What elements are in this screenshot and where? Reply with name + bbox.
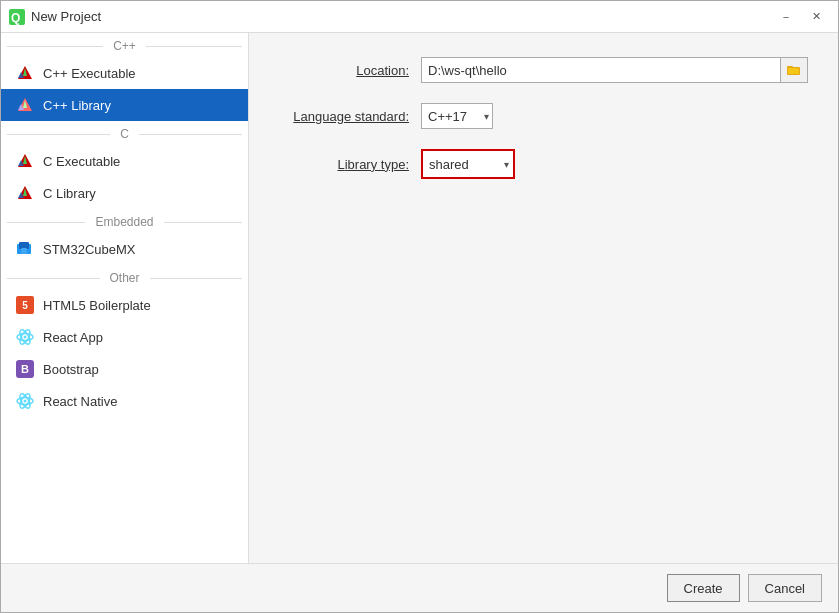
sidebar-item-html5[interactable]: 5 HTML5 Boilerplate: [1, 289, 248, 321]
section-embedded: Embedded: [1, 209, 248, 233]
svg-rect-17: [21, 248, 27, 254]
new-project-window: Q New Project − ✕ C++: [0, 0, 839, 613]
section-cpp: C++: [1, 33, 248, 57]
location-input[interactable]: [421, 57, 780, 83]
c-executable-label: C Executable: [43, 154, 120, 169]
bootstrap-label: Bootstrap: [43, 362, 99, 377]
react-app-icon: [15, 327, 35, 347]
cpp-executable-label: C++ Executable: [43, 66, 136, 81]
section-c: C: [1, 121, 248, 145]
library-type-select-wrapper: shared static ▾: [421, 149, 515, 179]
sidebar-item-c-library[interactable]: C Library: [1, 177, 248, 209]
language-label: Language standard:: [279, 109, 409, 124]
location-row: Location:: [279, 57, 808, 83]
language-select[interactable]: C++17 C++14 C++11 C++98: [421, 103, 493, 129]
sidebar-item-react-native[interactable]: React Native: [1, 385, 248, 417]
language-select-wrapper: C++17 C++14 C++11 C++98 ▾: [421, 103, 493, 129]
c-executable-icon: [15, 151, 35, 171]
form-panel: Location: Language standard:: [249, 33, 838, 563]
c-library-icon: [15, 183, 35, 203]
stm32-icon: [15, 239, 35, 259]
browse-button[interactable]: [780, 57, 808, 83]
svg-point-21: [24, 336, 27, 339]
svg-point-25: [24, 400, 27, 403]
cpp-library-triangle-icon: [15, 95, 35, 115]
c-library-label: C Library: [43, 186, 96, 201]
section-other: Other: [1, 265, 248, 289]
sidebar-item-bootstrap[interactable]: B Bootstrap: [1, 353, 248, 385]
cancel-button[interactable]: Cancel: [748, 574, 822, 602]
library-type-row: Library type: shared static ▾: [279, 149, 808, 179]
sidebar-item-cpp-library[interactable]: C++ Library: [1, 89, 248, 121]
location-input-group: [421, 57, 808, 83]
bootstrap-icon: B: [15, 359, 35, 379]
window-title: New Project: [31, 9, 101, 24]
titlebar: Q New Project − ✕: [1, 1, 838, 33]
react-native-label: React Native: [43, 394, 117, 409]
svg-rect-28: [788, 68, 799, 74]
main-content: C++ C++ Executable: [1, 33, 838, 563]
library-type-label: Library type:: [279, 157, 409, 172]
svg-text:Q: Q: [11, 11, 20, 25]
create-button[interactable]: Create: [667, 574, 740, 602]
sidebar-item-stm32[interactable]: STM32CubeMX: [1, 233, 248, 265]
sidebar: C++ C++ Executable: [1, 33, 249, 563]
react-app-label: React App: [43, 330, 103, 345]
folder-icon: [787, 64, 801, 76]
cpp-triangle-icon: [15, 63, 35, 83]
titlebar-left: Q New Project: [9, 9, 101, 25]
svg-rect-16: [19, 242, 29, 249]
close-button[interactable]: ✕: [802, 7, 830, 27]
sidebar-item-cpp-executable[interactable]: C++ Executable: [1, 57, 248, 89]
html5-icon: 5: [15, 295, 35, 315]
stm32-label: STM32CubeMX: [43, 242, 135, 257]
titlebar-controls: − ✕: [772, 7, 830, 27]
language-row: Language standard: C++17 C++14 C++11 C++…: [279, 103, 808, 129]
react-native-icon: [15, 391, 35, 411]
sidebar-item-react-app[interactable]: React App: [1, 321, 248, 353]
cpp-library-label: C++ Library: [43, 98, 111, 113]
sidebar-item-c-executable[interactable]: C Executable: [1, 145, 248, 177]
library-type-select[interactable]: shared static: [423, 151, 513, 177]
app-icon: Q: [9, 9, 25, 25]
html5-label: HTML5 Boilerplate: [43, 298, 151, 313]
bottom-bar: Create Cancel: [1, 563, 838, 612]
location-label: Location:: [279, 63, 409, 78]
minimize-button[interactable]: −: [772, 7, 800, 27]
